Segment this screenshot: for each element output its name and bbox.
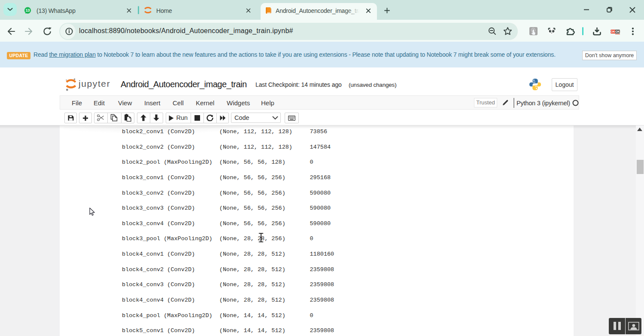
svg-text:13: 13 [26, 8, 30, 12]
